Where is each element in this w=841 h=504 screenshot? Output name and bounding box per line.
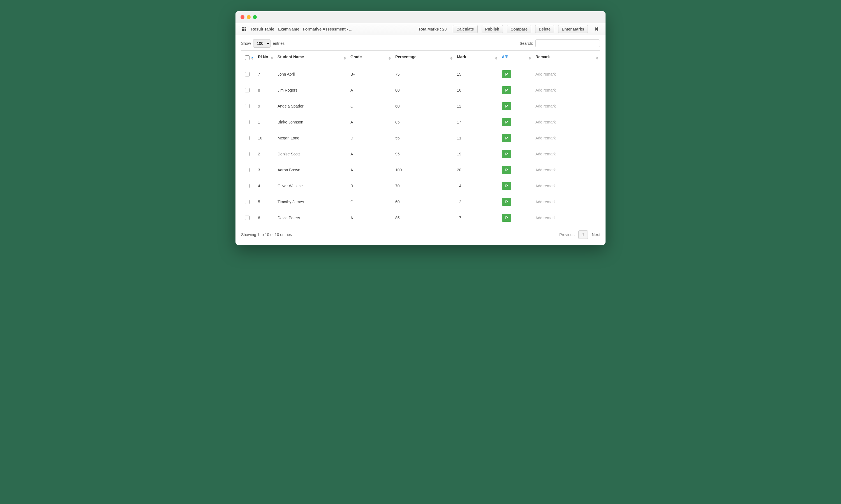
window-zoom-dot[interactable]: [253, 15, 257, 19]
publish-button[interactable]: Publish: [482, 25, 503, 33]
col-ap[interactable]: A/P: [499, 51, 533, 66]
table-row: 5Timothy JamesC6012PAdd remark: [241, 194, 600, 210]
attendance-badge[interactable]: P: [502, 166, 511, 174]
remark-input[interactable]: Add remark: [535, 216, 555, 220]
col-mark-label: Mark: [457, 55, 466, 59]
row-checkbox[interactable]: [245, 200, 250, 204]
attendance-badge[interactable]: P: [502, 198, 511, 206]
remark-input[interactable]: Add remark: [535, 168, 555, 172]
result-table: Rl No Student Name Grade Percentage Mark…: [241, 50, 600, 226]
row-checkbox[interactable]: [245, 184, 250, 188]
sort-icon: [596, 57, 598, 60]
cell-mark: 12: [454, 98, 499, 114]
attendance-badge[interactable]: P: [502, 86, 511, 94]
cell-rlno: 10: [255, 130, 275, 146]
cell-mark: 14: [454, 178, 499, 194]
attendance-badge[interactable]: P: [502, 182, 511, 190]
previous-page[interactable]: Previous: [559, 232, 574, 237]
col-grade[interactable]: Grade: [348, 51, 393, 66]
cell-mark: 17: [454, 114, 499, 130]
remark-input[interactable]: Add remark: [535, 120, 555, 124]
next-page[interactable]: Next: [592, 232, 600, 237]
remark-input[interactable]: Add remark: [535, 104, 555, 108]
table-footer: Showing 1 to 10 of 10 entries Previous 1…: [236, 226, 605, 245]
cell-grade: C: [348, 194, 393, 210]
table-row: 8Jim RogersA8016PAdd remark: [241, 82, 600, 98]
attendance-badge[interactable]: P: [502, 214, 511, 222]
show-entries-post: entries: [273, 41, 285, 46]
cell-grade: C: [348, 98, 393, 114]
toolbar: Result Table ExamName : Formative Assess…: [236, 23, 605, 35]
remark-input[interactable]: Add remark: [535, 184, 555, 188]
cell-percentage: 85: [393, 114, 454, 130]
cell-student: John April: [275, 66, 348, 82]
cell-mark: 17: [454, 210, 499, 226]
row-checkbox[interactable]: [245, 168, 250, 172]
cell-mark: 12: [454, 194, 499, 210]
row-checkbox[interactable]: [245, 104, 250, 108]
cell-grade: A+: [348, 146, 393, 162]
entries-info: Showing 1 to 10 of 10 entries: [241, 232, 292, 237]
table-row: 4Oliver WallaceB7014PAdd remark: [241, 178, 600, 194]
cell-grade: B+: [348, 66, 393, 82]
attendance-badge[interactable]: P: [502, 118, 511, 126]
row-checkbox[interactable]: [245, 152, 250, 156]
table-row: 9Angela SpaderC6012PAdd remark: [241, 98, 600, 114]
table-row: 1Blake JohnsonA8517PAdd remark: [241, 114, 600, 130]
col-checkbox[interactable]: [241, 51, 255, 66]
cell-rlno: 2: [255, 146, 275, 162]
sort-icon: [271, 57, 273, 60]
col-student[interactable]: Student Name: [275, 51, 348, 66]
app-window: Result Table ExamName : Formative Assess…: [236, 11, 605, 245]
cell-rlno: 3: [255, 162, 275, 178]
table-controls: Show 100 entries Search:: [236, 35, 605, 50]
attendance-badge[interactable]: P: [502, 150, 511, 158]
col-rlno[interactable]: Rl No: [255, 51, 275, 66]
cell-percentage: 95: [393, 146, 454, 162]
row-checkbox[interactable]: [245, 88, 250, 92]
remark-input[interactable]: Add remark: [535, 200, 555, 204]
select-all-checkbox[interactable]: [245, 55, 250, 60]
cell-student: Denise Scott: [275, 146, 348, 162]
cell-percentage: 85: [393, 210, 454, 226]
row-checkbox[interactable]: [245, 72, 250, 76]
cell-percentage: 55: [393, 130, 454, 146]
remark-input[interactable]: Add remark: [535, 136, 555, 140]
pagination: Previous 1 Next: [559, 231, 600, 239]
cell-student: Oliver Wallace: [275, 178, 348, 194]
cell-grade: A: [348, 82, 393, 98]
page-number[interactable]: 1: [578, 231, 588, 239]
enter-marks-button[interactable]: Enter Marks: [558, 25, 588, 33]
compare-button[interactable]: Compare: [507, 25, 531, 33]
delete-button[interactable]: Delete: [535, 25, 554, 33]
cell-percentage: 70: [393, 178, 454, 194]
entries-select[interactable]: 100: [253, 39, 271, 48]
cell-rlno: 4: [255, 178, 275, 194]
window-minimize-dot[interactable]: [247, 15, 251, 19]
col-mark[interactable]: Mark: [454, 51, 499, 66]
attendance-badge[interactable]: P: [502, 70, 511, 78]
remark-input[interactable]: Add remark: [535, 72, 555, 76]
col-remark[interactable]: Remark: [533, 51, 600, 66]
grid-icon[interactable]: [241, 26, 247, 33]
cell-student: Angela Spader: [275, 98, 348, 114]
cell-grade: A: [348, 210, 393, 226]
row-checkbox[interactable]: [245, 120, 250, 124]
cell-rlno: 8: [255, 82, 275, 98]
sort-icon: [344, 57, 346, 60]
attendance-badge[interactable]: P: [502, 134, 511, 142]
window-close-dot[interactable]: [241, 15, 244, 19]
remark-input[interactable]: Add remark: [535, 88, 555, 92]
window-titlebar: [236, 11, 605, 23]
calculate-button[interactable]: Calculate: [453, 25, 477, 33]
row-checkbox[interactable]: [245, 136, 250, 140]
cell-percentage: 80: [393, 82, 454, 98]
close-icon[interactable]: ✖: [592, 26, 600, 32]
row-checkbox[interactable]: [245, 216, 250, 220]
search-input[interactable]: [535, 39, 600, 47]
table-row: 2Denise ScottA+9519PAdd remark: [241, 146, 600, 162]
attendance-badge[interactable]: P: [502, 102, 511, 110]
col-percentage[interactable]: Percentage: [393, 51, 454, 66]
remark-input[interactable]: Add remark: [535, 152, 555, 156]
cell-percentage: 75: [393, 66, 454, 82]
